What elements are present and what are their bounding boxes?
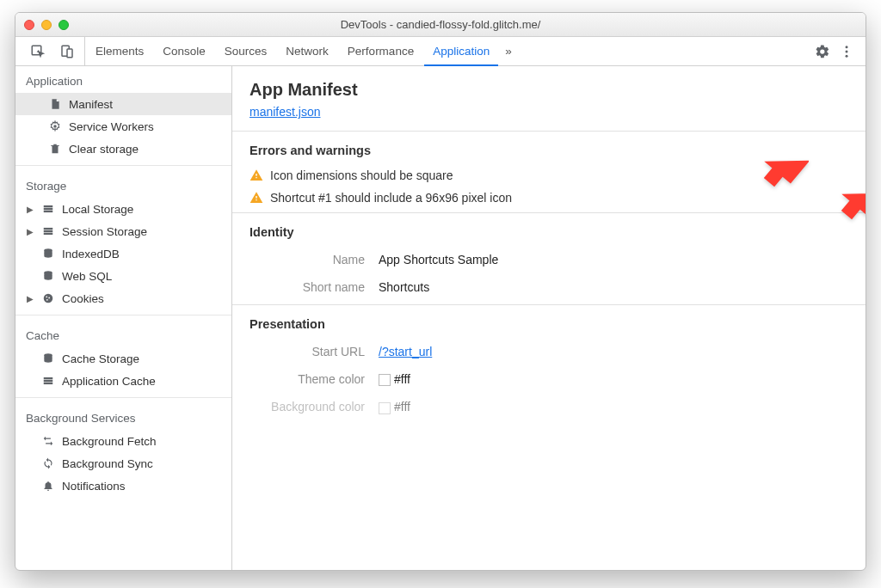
sidebar-section-application: Application [15, 66, 231, 93]
sidebar-item-label: Background Sync [62, 457, 153, 470]
svg-rect-21 [44, 380, 53, 382]
inspect-group [21, 37, 85, 65]
main-panel: App Manifest manifest.json Errors and wa… [232, 66, 866, 570]
cookie-icon [41, 291, 55, 305]
tab-console[interactable]: Console [154, 37, 214, 65]
sidebar-item-manifest[interactable]: Manifest [15, 93, 231, 115]
tab-network[interactable]: Network [277, 37, 337, 65]
table-icon [41, 202, 55, 216]
presentation-block: Presentation Start URL /?start_url Theme… [232, 304, 866, 425]
kebab-menu-icon[interactable] [838, 43, 855, 60]
start-url-link[interactable]: /?start_url [379, 345, 432, 358]
sidebar-section-background: Background Services [15, 403, 231, 430]
sidebar-section-cache: Cache [15, 321, 231, 347]
table-icon [41, 374, 55, 388]
warning-row: Icon dimensions should be square [250, 164, 848, 187]
sidebar-item-label: Service Workers [69, 120, 154, 133]
svg-rect-2 [67, 49, 72, 58]
sidebar-item-local-storage[interactable]: ▶ Local Storage [15, 198, 231, 220]
svg-rect-9 [44, 211, 53, 212]
tab-application[interactable]: Application [424, 38, 498, 66]
settings-gear-icon[interactable] [814, 43, 831, 60]
sidebar-item-notifications[interactable]: Notifications [15, 475, 231, 497]
svg-point-4 [846, 50, 848, 52]
devtools-window: DevTools - candied-flossy-fold.glitch.me… [15, 12, 866, 571]
minimize-window-button[interactable] [41, 20, 52, 30]
window-title: DevTools - candied-flossy-fold.glitch.me… [24, 18, 857, 31]
sidebar-item-label: Web SQL [62, 270, 112, 283]
sidebar-item-cache-storage[interactable]: Cache Storage [15, 347, 231, 370]
identity-name-row: Name App Shortcuts Sample [250, 246, 848, 273]
caret-right-icon: ▶ [26, 227, 34, 236]
errors-block: Errors and warnings Icon dimensions shou… [232, 131, 866, 212]
sidebar-item-bg-fetch[interactable]: Background Fetch [15, 430, 231, 452]
warning-text: Shortcut #1 should include a 96x96 pixel… [270, 191, 512, 205]
sidebar-section-storage: Storage [15, 171, 231, 198]
database-icon [41, 247, 55, 260]
inspect-element-icon[interactable] [29, 43, 46, 60]
title-bar: DevTools - candied-flossy-fold.glitch.me… [15, 13, 866, 37]
sync-icon [41, 456, 55, 470]
identity-heading: Identity [250, 225, 848, 239]
field-value: #fff [379, 372, 410, 386]
sidebar-item-label: Clear storage [69, 143, 139, 156]
sidebar-item-indexeddb[interactable]: IndexedDB [15, 242, 231, 265]
sidebar: Application Manifest Service Workers Cle… [15, 66, 232, 570]
sidebar-item-label: Session Storage [62, 225, 147, 238]
page-heading: App Manifest [232, 66, 866, 105]
theme-color-swatch [379, 374, 391, 386]
tab-elements[interactable]: Elements [87, 37, 152, 65]
field-label: Name [250, 253, 379, 266]
sidebar-item-session-storage[interactable]: ▶ Session Storage [15, 220, 231, 242]
identity-block: Identity Name App Shortcuts Sample Short… [232, 212, 866, 304]
sidebar-item-label: Background Fetch [62, 435, 157, 448]
svg-point-5 [846, 54, 848, 57]
svg-point-3 [846, 46, 848, 48]
manifest-link[interactable]: manifest.json [250, 105, 320, 119]
svg-rect-7 [44, 205, 53, 207]
sidebar-item-label: Cookies [62, 292, 104, 305]
svg-point-18 [46, 299, 48, 301]
bg-color-row: Background color #fff [250, 393, 848, 420]
field-label: Start URL [250, 345, 379, 358]
tab-performance[interactable]: Performance [339, 37, 422, 65]
tab-sources[interactable]: Sources [216, 37, 276, 65]
gear-icon [48, 119, 62, 133]
sidebar-item-label: Notifications [62, 480, 126, 493]
sidebar-item-app-cache[interactable]: Application Cache [15, 370, 231, 392]
content-area: Application Manifest Service Workers Cle… [15, 66, 866, 570]
svg-rect-12 [44, 233, 53, 235]
svg-rect-22 [44, 383, 53, 384]
svg-rect-11 [44, 230, 53, 232]
sidebar-item-clear-storage[interactable]: Clear storage [15, 138, 231, 160]
presentation-heading: Presentation [250, 317, 848, 331]
errors-heading: Errors and warnings [250, 144, 848, 157]
field-label: Background color [250, 400, 379, 413]
devtools-toolbar: Elements Console Sources Network Perform… [15, 37, 866, 66]
field-value: App Shortcuts Sample [379, 253, 498, 266]
close-window-button[interactable] [24, 20, 34, 30]
device-toggle-icon[interactable] [59, 43, 76, 60]
svg-rect-8 [44, 208, 53, 210]
sidebar-item-label: IndexedDB [62, 248, 120, 260]
svg-point-17 [48, 297, 50, 299]
trash-icon [48, 142, 62, 156]
sidebar-item-service-workers[interactable]: Service Workers [15, 115, 231, 138]
table-icon [41, 224, 55, 238]
field-value: Shortcuts [379, 280, 429, 294]
fullscreen-window-button[interactable] [59, 20, 69, 30]
start-url-row: Start URL /?start_url [250, 338, 848, 365]
sidebar-item-bg-sync[interactable]: Background Sync [15, 452, 231, 475]
sidebar-item-label: Manifest [69, 98, 113, 111]
bell-icon [41, 479, 55, 493]
tab-overflow[interactable]: » [500, 37, 517, 65]
traffic-lights [24, 20, 69, 30]
database-icon [41, 269, 55, 283]
sidebar-item-cookies[interactable]: ▶ Cookies [15, 287, 231, 309]
field-value: #fff [379, 400, 410, 413]
svg-rect-10 [44, 228, 53, 230]
svg-point-15 [44, 294, 53, 303]
sidebar-item-websql[interactable]: Web SQL [15, 265, 231, 287]
warning-text: Icon dimensions should be square [270, 168, 453, 182]
caret-right-icon: ▶ [26, 205, 34, 214]
